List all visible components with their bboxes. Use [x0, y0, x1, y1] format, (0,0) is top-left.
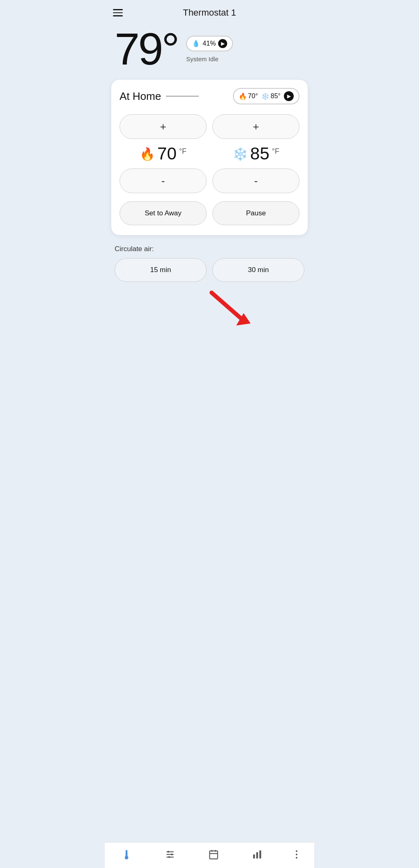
humidity-icon: 💧 — [192, 39, 200, 47]
snowflake-icon: ❄️ — [233, 147, 248, 161]
card-header: At Home 🔥 70° ❄️ 85° ▶ — [120, 88, 299, 104]
red-arrow-icon — [207, 289, 257, 330]
flame-badge-icon: 🔥 — [239, 92, 247, 100]
heat-control-column: + 🔥 70 °F - — [120, 114, 207, 193]
cool-unit: °F — [272, 147, 279, 156]
circulate-buttons: 15 min 30 min — [115, 258, 304, 282]
heat-decrease-button[interactable]: - — [120, 169, 207, 193]
heat-unit: °F — [179, 147, 186, 156]
circulate-15min-button[interactable]: 15 min — [115, 258, 207, 282]
heat-increase-button[interactable]: + — [120, 114, 207, 139]
heat-setpoint-badge: 🔥 70° — [239, 92, 258, 100]
pause-button[interactable]: Pause — [212, 201, 299, 225]
cool-decrease-button[interactable]: - — [212, 169, 299, 193]
circulate-section: Circulate air: 15 min 30 min — [105, 242, 314, 289]
system-status: System Idle — [186, 55, 218, 62]
circulate-30min-button[interactable]: 30 min — [212, 258, 304, 282]
app-header: Thermostat 1 — [105, 0, 314, 22]
mode-label: At Home — [120, 90, 199, 103]
menu-button[interactable] — [113, 9, 123, 16]
current-temperature: 79° — [115, 26, 178, 72]
range-detail-button[interactable]: ▶ — [284, 91, 294, 101]
humidity-badge[interactable]: 💧 41% ▶ — [186, 36, 233, 51]
control-card: At Home 🔥 70° ❄️ 85° ▶ + 🔥 70 °F - — [111, 80, 308, 235]
humidity-detail-button[interactable]: ▶ — [218, 39, 227, 48]
temperature-info: 💧 41% ▶ System Idle — [186, 36, 233, 62]
humidity-value: 41% — [203, 40, 216, 47]
arrow-annotation — [105, 289, 314, 338]
svg-line-0 — [212, 293, 244, 321]
snow-badge-icon: ❄️ — [261, 92, 269, 100]
circulate-label: Circulate air: — [115, 245, 304, 253]
cool-setpoint-badge: ❄️ 85° — [261, 92, 281, 100]
action-buttons: Set to Away Pause — [120, 201, 299, 225]
cool-control-column: + ❄️ 85 °F - — [212, 114, 299, 193]
temp-range-badge[interactable]: 🔥 70° ❄️ 85° ▶ — [233, 88, 299, 104]
flame-icon: 🔥 — [140, 147, 155, 161]
controls-grid: + 🔥 70 °F - + ❄️ 85 °F - — [120, 114, 299, 193]
heat-setpoint-value: 🔥 70 °F — [140, 144, 186, 164]
cool-setpoint-value: ❄️ 85 °F — [233, 144, 279, 164]
page-title: Thermostat 1 — [183, 7, 236, 18]
temperature-section: 79° 💧 41% ▶ System Idle — [105, 22, 314, 80]
cool-increase-button[interactable]: + — [212, 114, 299, 139]
set-to-away-button[interactable]: Set to Away — [120, 201, 207, 225]
